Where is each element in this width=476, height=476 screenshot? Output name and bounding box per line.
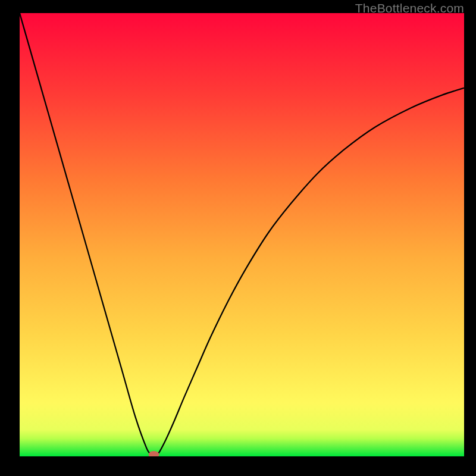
bottleneck-curve-line xyxy=(20,13,464,456)
plot-area xyxy=(20,13,464,456)
minimum-marker xyxy=(149,451,159,456)
frame-bottom xyxy=(0,456,476,476)
chart-curve xyxy=(20,13,464,456)
frame-left xyxy=(0,0,20,476)
frame-right xyxy=(464,0,476,476)
